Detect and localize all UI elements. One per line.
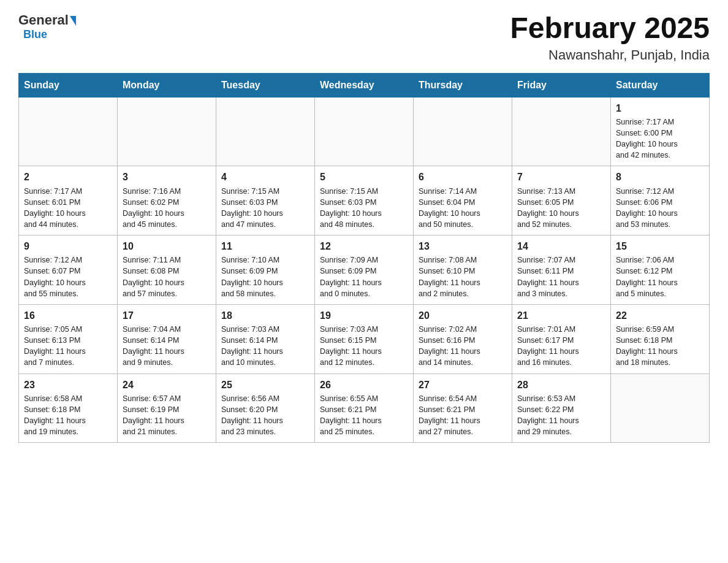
week-row-4: 16Sunrise: 7:05 AM Sunset: 6:13 PM Dayli… [19, 304, 710, 373]
weekday-header-tuesday: Tuesday [216, 73, 315, 97]
calendar-cell: 12Sunrise: 7:09 AM Sunset: 6:09 PM Dayli… [315, 236, 414, 305]
day-info: Sunrise: 7:15 AM Sunset: 6:03 PM Dayligh… [320, 186, 408, 231]
day-number: 25 [221, 378, 309, 392]
calendar-cell: 15Sunrise: 7:06 AM Sunset: 6:12 PM Dayli… [611, 236, 710, 305]
calendar-cell: 21Sunrise: 7:01 AM Sunset: 6:17 PM Dayli… [512, 304, 611, 373]
day-info: Sunrise: 7:02 AM Sunset: 6:16 PM Dayligh… [419, 324, 507, 369]
day-info: Sunrise: 7:03 AM Sunset: 6:15 PM Dayligh… [320, 324, 408, 369]
calendar-cell: 23Sunrise: 6:58 AM Sunset: 6:18 PM Dayli… [19, 373, 118, 443]
day-number: 26 [320, 378, 408, 392]
day-info: Sunrise: 7:06 AM Sunset: 6:12 PM Dayligh… [616, 255, 704, 299]
day-info: Sunrise: 6:58 AM Sunset: 6:18 PM Dayligh… [24, 393, 112, 438]
calendar-cell: 9Sunrise: 7:12 AM Sunset: 6:07 PM Daylig… [19, 236, 118, 305]
day-number: 20 [419, 308, 507, 323]
weekday-header-sunday: Sunday [19, 73, 118, 97]
day-info: Sunrise: 7:10 AM Sunset: 6:09 PM Dayligh… [221, 255, 309, 299]
day-info: Sunrise: 7:12 AM Sunset: 6:06 PM Dayligh… [616, 186, 704, 231]
calendar-cell: 6Sunrise: 7:14 AM Sunset: 6:04 PM Daylig… [414, 166, 512, 236]
day-info: Sunrise: 6:53 AM Sunset: 6:22 PM Dayligh… [517, 393, 605, 438]
week-row-1: 1Sunrise: 7:17 AM Sunset: 6:00 PM Daylig… [19, 97, 710, 166]
day-info: Sunrise: 7:12 AM Sunset: 6:07 PM Dayligh… [24, 255, 112, 299]
day-number: 16 [24, 308, 112, 323]
day-number: 22 [616, 308, 704, 323]
calendar-cell: 27Sunrise: 6:54 AM Sunset: 6:21 PM Dayli… [414, 373, 512, 443]
calendar-cell: 5Sunrise: 7:15 AM Sunset: 6:03 PM Daylig… [315, 166, 414, 236]
calendar-cell [315, 97, 414, 166]
day-number: 9 [24, 239, 112, 253]
calendar-cell: 26Sunrise: 6:55 AM Sunset: 6:21 PM Dayli… [315, 373, 414, 443]
week-row-3: 9Sunrise: 7:12 AM Sunset: 6:07 PM Daylig… [19, 236, 710, 305]
calendar-table: SundayMondayTuesdayWednesdayThursdayFrid… [18, 73, 710, 443]
day-info: Sunrise: 7:13 AM Sunset: 6:05 PM Dayligh… [517, 186, 605, 231]
calendar-cell: 10Sunrise: 7:11 AM Sunset: 6:08 PM Dayli… [118, 236, 216, 305]
title-block: February 2025 Nawanshahr, Punjab, India [510, 12, 710, 63]
weekday-header-friday: Friday [512, 73, 611, 97]
day-number: 17 [123, 308, 211, 323]
page-header: General Blue February 2025 Nawanshahr, P… [18, 12, 710, 63]
calendar-cell: 13Sunrise: 7:08 AM Sunset: 6:10 PM Dayli… [414, 236, 512, 305]
day-number: 27 [419, 378, 507, 392]
calendar-cell: 18Sunrise: 7:03 AM Sunset: 6:14 PM Dayli… [216, 304, 315, 373]
calendar-cell: 2Sunrise: 7:17 AM Sunset: 6:01 PM Daylig… [19, 166, 118, 236]
day-info: Sunrise: 7:08 AM Sunset: 6:10 PM Dayligh… [419, 255, 507, 299]
day-info: Sunrise: 7:15 AM Sunset: 6:03 PM Dayligh… [221, 186, 309, 231]
day-number: 8 [616, 170, 704, 184]
calendar-cell: 4Sunrise: 7:15 AM Sunset: 6:03 PM Daylig… [216, 166, 315, 236]
day-number: 18 [221, 308, 309, 323]
day-number: 4 [221, 170, 309, 184]
calendar-cell: 25Sunrise: 6:56 AM Sunset: 6:20 PM Dayli… [216, 373, 315, 443]
calendar-cell: 8Sunrise: 7:12 AM Sunset: 6:06 PM Daylig… [611, 166, 710, 236]
day-info: Sunrise: 6:59 AM Sunset: 6:18 PM Dayligh… [616, 324, 704, 369]
weekday-header-monday: Monday [118, 73, 216, 97]
day-info: Sunrise: 6:56 AM Sunset: 6:20 PM Dayligh… [221, 393, 309, 438]
calendar-cell [19, 97, 118, 166]
day-number: 2 [24, 170, 112, 184]
calendar-title: February 2025 [510, 12, 710, 45]
day-number: 5 [320, 170, 408, 184]
weekday-header-saturday: Saturday [611, 73, 710, 97]
week-row-5: 23Sunrise: 6:58 AM Sunset: 6:18 PM Dayli… [19, 373, 710, 443]
day-info: Sunrise: 7:17 AM Sunset: 6:00 PM Dayligh… [616, 117, 704, 161]
calendar-cell [611, 373, 710, 443]
day-number: 13 [419, 239, 507, 253]
day-number: 24 [123, 378, 211, 392]
calendar-cell: 3Sunrise: 7:16 AM Sunset: 6:02 PM Daylig… [118, 166, 216, 236]
logo-general: General [18, 12, 69, 28]
calendar-cell [512, 97, 611, 166]
calendar-cell: 1Sunrise: 7:17 AM Sunset: 6:00 PM Daylig… [611, 97, 710, 166]
logo-triangle-icon [70, 16, 76, 26]
week-row-2: 2Sunrise: 7:17 AM Sunset: 6:01 PM Daylig… [19, 166, 710, 236]
day-number: 3 [123, 170, 211, 184]
calendar-cell [216, 97, 315, 166]
day-info: Sunrise: 7:04 AM Sunset: 6:14 PM Dayligh… [123, 324, 211, 369]
day-info: Sunrise: 7:09 AM Sunset: 6:09 PM Dayligh… [320, 255, 408, 299]
calendar-cell: 28Sunrise: 6:53 AM Sunset: 6:22 PM Dayli… [512, 373, 611, 443]
day-info: Sunrise: 7:16 AM Sunset: 6:02 PM Dayligh… [123, 186, 211, 231]
calendar-cell: 16Sunrise: 7:05 AM Sunset: 6:13 PM Dayli… [19, 304, 118, 373]
day-number: 11 [221, 239, 309, 253]
calendar-cell: 24Sunrise: 6:57 AM Sunset: 6:19 PM Dayli… [118, 373, 216, 443]
day-number: 28 [517, 378, 605, 392]
day-info: Sunrise: 7:01 AM Sunset: 6:17 PM Dayligh… [517, 324, 605, 369]
day-number: 7 [517, 170, 605, 184]
weekday-header-row: SundayMondayTuesdayWednesdayThursdayFrid… [19, 73, 710, 97]
day-info: Sunrise: 7:05 AM Sunset: 6:13 PM Dayligh… [24, 324, 112, 369]
logo: General Blue [18, 12, 76, 41]
day-number: 1 [616, 101, 704, 115]
day-number: 23 [24, 378, 112, 392]
calendar-cell [414, 97, 512, 166]
day-info: Sunrise: 6:55 AM Sunset: 6:21 PM Dayligh… [320, 393, 408, 438]
calendar-cell: 7Sunrise: 7:13 AM Sunset: 6:05 PM Daylig… [512, 166, 611, 236]
day-info: Sunrise: 6:57 AM Sunset: 6:19 PM Dayligh… [123, 393, 211, 438]
weekday-header-thursday: Thursday [414, 73, 512, 97]
day-number: 6 [419, 170, 507, 184]
day-info: Sunrise: 7:07 AM Sunset: 6:11 PM Dayligh… [517, 255, 605, 299]
calendar-cell: 20Sunrise: 7:02 AM Sunset: 6:16 PM Dayli… [414, 304, 512, 373]
day-number: 21 [517, 308, 605, 323]
calendar-cell: 19Sunrise: 7:03 AM Sunset: 6:15 PM Dayli… [315, 304, 414, 373]
day-number: 10 [123, 239, 211, 253]
calendar-cell: 22Sunrise: 6:59 AM Sunset: 6:18 PM Dayli… [611, 304, 710, 373]
day-info: Sunrise: 7:03 AM Sunset: 6:14 PM Dayligh… [221, 324, 309, 369]
day-info: Sunrise: 7:11 AM Sunset: 6:08 PM Dayligh… [123, 255, 211, 299]
day-number: 15 [616, 239, 704, 253]
